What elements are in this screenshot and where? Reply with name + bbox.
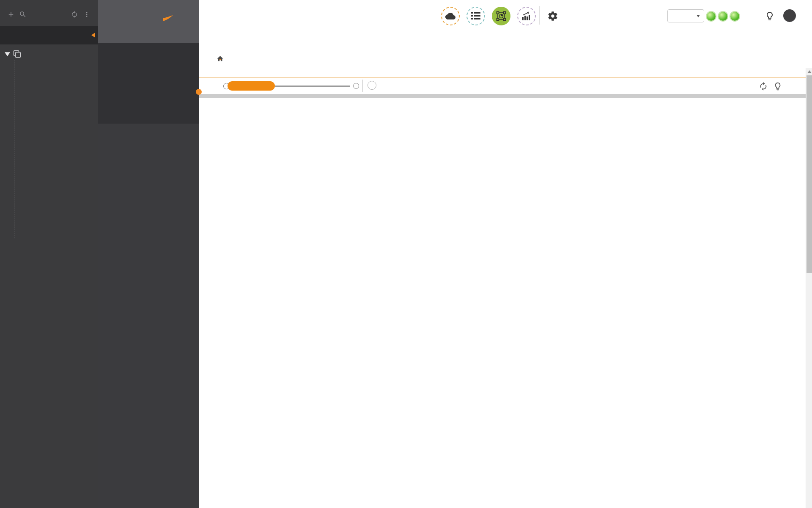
list-view-button[interactable] xyxy=(466,7,485,25)
vertical-scrollbar[interactable] xyxy=(806,68,812,508)
time-range-pill[interactable] xyxy=(228,81,275,91)
lightbulb-icon[interactable] xyxy=(765,11,775,21)
tree-root-globalview[interactable] xyxy=(0,48,98,61)
avatar[interactable] xyxy=(783,9,796,22)
main-content xyxy=(199,0,806,508)
status-led xyxy=(707,12,716,21)
search-icon[interactable] xyxy=(19,11,27,18)
brand-strip xyxy=(98,0,199,43)
collapse-panel-icon[interactable] xyxy=(91,33,95,38)
select-caret-icon xyxy=(697,15,700,17)
refresh-icon[interactable] xyxy=(759,82,768,91)
refresh-icon[interactable] xyxy=(71,11,78,18)
add-device-icon[interactable] xyxy=(7,11,15,18)
tenant-type-select[interactable] xyxy=(667,9,704,22)
status-led xyxy=(730,12,739,21)
charts-canvas xyxy=(199,0,806,508)
range-divider xyxy=(362,80,363,92)
analytics-icon xyxy=(522,11,531,21)
monitor-icon xyxy=(496,11,506,21)
sonicwall-nav-panel xyxy=(98,0,199,508)
cloud-icon xyxy=(445,12,455,20)
scrollbar-thumb[interactable] xyxy=(807,75,812,273)
tree-toolbar xyxy=(0,0,98,26)
group-icon xyxy=(13,50,21,58)
chevron-down-icon[interactable] xyxy=(5,52,10,56)
time-range-track[interactable] xyxy=(275,86,350,87)
content-top-strip xyxy=(199,94,806,98)
live-reports-notification-dot xyxy=(196,89,202,95)
more-vert-icon[interactable] xyxy=(83,11,91,18)
custom-range-radio[interactable] xyxy=(368,81,376,90)
home-icon[interactable] xyxy=(217,55,224,62)
list-icon xyxy=(471,12,480,20)
header-divider xyxy=(539,6,540,25)
live-monitor-button[interactable] xyxy=(492,7,510,25)
lightbulb-icon[interactable] xyxy=(773,82,782,91)
analytics-view-button[interactable] xyxy=(517,7,536,25)
breadcrumb xyxy=(217,55,226,64)
nav-menu-background xyxy=(98,43,199,124)
device-tree-panel xyxy=(0,0,98,508)
tree-guide-line xyxy=(14,60,15,238)
range-end-radio[interactable] xyxy=(353,83,359,89)
sonicwall-swoosh-icon xyxy=(162,14,173,22)
status-led xyxy=(719,12,727,21)
gms-application-window xyxy=(0,0,812,508)
gear-icon[interactable] xyxy=(547,11,558,22)
time-range-bar xyxy=(199,77,806,94)
scrollbar-up-arrow[interactable] xyxy=(807,70,812,73)
cloud-view-button[interactable] xyxy=(441,7,460,25)
device-manager-header[interactable] xyxy=(0,26,98,44)
